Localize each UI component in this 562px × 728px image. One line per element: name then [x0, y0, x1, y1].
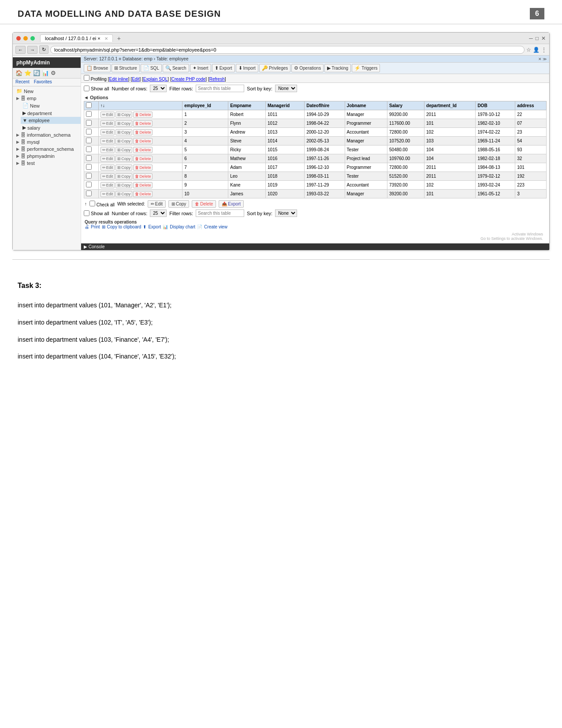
search-button[interactable]: 🔍 Search	[163, 64, 189, 72]
sidebar-item-phpmyadmin[interactable]: ▶ 🗄 phpmyadmin	[13, 153, 81, 160]
edit-inline-link[interactable]: Edit inline	[109, 77, 128, 82]
col-dateofhire[interactable]: Dateoflhire	[305, 101, 345, 110]
filter-input[interactable]	[196, 85, 244, 92]
row-checkbox[interactable]	[86, 173, 92, 179]
new-tab-icon[interactable]: +	[117, 35, 121, 42]
sql-button[interactable]: 📄 SQL	[141, 64, 162, 72]
col-dob[interactable]: DOB	[476, 101, 515, 110]
export-link[interactable]: Export	[148, 224, 161, 229]
delete-row-button[interactable]: 🗑 Delete	[133, 164, 153, 171]
edit-row-button[interactable]: ✏ Edit	[100, 191, 115, 197]
edit-row-button[interactable]: ✏ Edit	[100, 164, 115, 171]
show-all-label[interactable]: Show all	[84, 86, 109, 91]
copy-row-button[interactable]: ⊞ Copy	[115, 138, 132, 144]
copy-row-button[interactable]: ⊞ Copy	[115, 191, 132, 197]
sidebar-item-department[interactable]: ▶ department	[21, 109, 81, 117]
sidebar-item-information-schema[interactable]: ▶ 🗄 information_schema	[13, 131, 81, 138]
sidebar-item-employee[interactable]: ▼ employee	[21, 117, 81, 124]
create-view-link[interactable]: Create view	[204, 224, 227, 229]
sidebar-item-salary[interactable]: ▶ salary	[21, 124, 81, 131]
rows-select-bottom[interactable]: 25	[150, 209, 167, 217]
bottom-edit-button[interactable]: ✏ Edit	[148, 200, 166, 208]
copy-row-button[interactable]: ⊞ Copy	[115, 164, 132, 171]
show-all-bottom-checkbox[interactable]	[84, 210, 89, 216]
delete-row-button[interactable]: 🗑 Delete	[133, 156, 153, 162]
bottom-copy-button[interactable]: ⊞ Copy	[168, 200, 189, 208]
row-checkbox[interactable]	[86, 138, 92, 143]
display-chart-link[interactable]: Display chart	[170, 224, 195, 229]
sidebar-item-new-emp[interactable]: 📄 New	[21, 102, 81, 109]
recent-label[interactable]: Recent	[15, 79, 30, 84]
row-checkbox[interactable]	[86, 164, 92, 170]
copy-row-button[interactable]: ⊞ Copy	[115, 129, 132, 135]
expand-icon[interactable]: ≫	[543, 57, 547, 61]
copy-row-button[interactable]: ⊞ Copy	[115, 182, 132, 188]
delete-row-button[interactable]: 🗑 Delete	[133, 182, 153, 188]
row-checkbox[interactable]	[86, 129, 92, 134]
console-bar[interactable]: ▶ Console	[81, 243, 549, 250]
insert-button[interactable]: ✦ Insert	[190, 64, 211, 72]
delete-row-button[interactable]: 🗑 Delete	[133, 129, 153, 135]
profiling-checkbox[interactable]	[84, 75, 89, 81]
sidebar-item-new-root[interactable]: 📁 New	[13, 87, 81, 95]
favorites-label[interactable]: Favorites	[34, 79, 52, 84]
check-all-checkbox[interactable]	[89, 201, 95, 206]
copy-clipboard-link[interactable]: Copy to clipboard	[107, 224, 141, 229]
sidebar-item-mysql[interactable]: ▶ 🗄 mysql	[13, 138, 81, 146]
show-all-bottom-label[interactable]: Show all	[84, 210, 109, 216]
row-checkbox[interactable]	[86, 155, 92, 161]
col-dept-id[interactable]: department_Id	[424, 101, 476, 110]
delete-row-button[interactable]: 🗑 Delete	[133, 138, 153, 144]
privileges-button[interactable]: 🔑 Privileges	[259, 64, 290, 72]
copy-row-button[interactable]: ⊞ Copy	[115, 147, 132, 153]
tracking-button[interactable]: ▶ Tracking	[324, 64, 351, 72]
delete-row-button[interactable]: 🗑 Delete	[133, 112, 153, 118]
col-managerid[interactable]: Managerid	[266, 101, 305, 110]
close-btn[interactable]	[16, 36, 21, 41]
import-button[interactable]: ⬇ Import	[236, 64, 258, 72]
create-php-link[interactable]: Create PHP code	[171, 77, 206, 82]
bottom-delete-button[interactable]: 🗑 Delete	[192, 200, 216, 208]
browser-tab[interactable]: localhost / 127.0.0.1 / ei × ✕	[40, 34, 113, 42]
browse-button[interactable]: 📋 Browse	[84, 64, 111, 72]
close-panel-icon[interactable]: ✕	[538, 57, 542, 61]
restore-window-icon[interactable]: □	[536, 35, 539, 41]
rows-select[interactable]: 25	[150, 85, 167, 92]
maximize-btn[interactable]	[30, 36, 35, 41]
delete-row-button[interactable]: 🗑 Delete	[133, 173, 153, 179]
sort-select[interactable]: None	[275, 85, 297, 92]
explain-sql-link[interactable]: Explain SQL	[143, 77, 168, 82]
copy-row-button[interactable]: ⊞ Copy	[115, 112, 132, 118]
triggers-button[interactable]: ⚡ Triggers	[352, 64, 380, 72]
row-checkbox[interactable]	[86, 120, 92, 126]
edit-row-button[interactable]: ✏ Edit	[100, 112, 115, 118]
refresh-button[interactable]: ↻	[39, 45, 48, 54]
edit-row-button[interactable]: ✏ Edit	[100, 173, 115, 179]
structure-button[interactable]: ⊞ Structure	[112, 64, 140, 72]
export-button[interactable]: ⬆ Export	[212, 64, 235, 72]
copy-row-button[interactable]: ⊞ Copy	[115, 156, 132, 162]
check-all-label[interactable]: Check all	[89, 201, 115, 207]
edit-link[interactable]: Edit	[132, 77, 139, 82]
col-address[interactable]: address	[515, 101, 547, 110]
sidebar-item-test[interactable]: ▶ 🗄 test	[13, 160, 81, 167]
edit-row-button[interactable]: ✏ Edit	[100, 182, 115, 188]
operations-button[interactable]: ⚙ Operations	[291, 64, 324, 72]
table-icon[interactable]: 📊	[42, 70, 49, 76]
close-window-icon[interactable]: ✕	[541, 35, 546, 41]
tab-close-icon[interactable]: ✕	[104, 36, 108, 41]
row-checkbox[interactable]	[86, 146, 92, 152]
star-icon[interactable]: ⭐	[24, 70, 31, 76]
select-all-checkbox[interactable]	[86, 102, 92, 108]
edit-row-button[interactable]: ✏ Edit	[100, 156, 115, 162]
refresh-link[interactable]: Refresh	[209, 77, 225, 82]
col-jobname[interactable]: Jobname	[345, 101, 387, 110]
col-employee-id[interactable]: employee_Id	[182, 101, 228, 110]
forward-button[interactable]: →	[27, 46, 37, 54]
sync-icon[interactable]: 🔄	[33, 70, 40, 76]
sidebar-item-performance-schema[interactable]: ▶ 🗄 performance_schema	[13, 146, 81, 153]
print-link[interactable]: Print	[91, 224, 100, 229]
sort-select-bottom[interactable]: None	[275, 209, 297, 217]
address-bar[interactable]: localhost/phpmyadmin/sql.php?server=1&db…	[50, 46, 525, 54]
sidebar-item-emp[interactable]: ▶ 🗄 emp	[13, 95, 81, 102]
